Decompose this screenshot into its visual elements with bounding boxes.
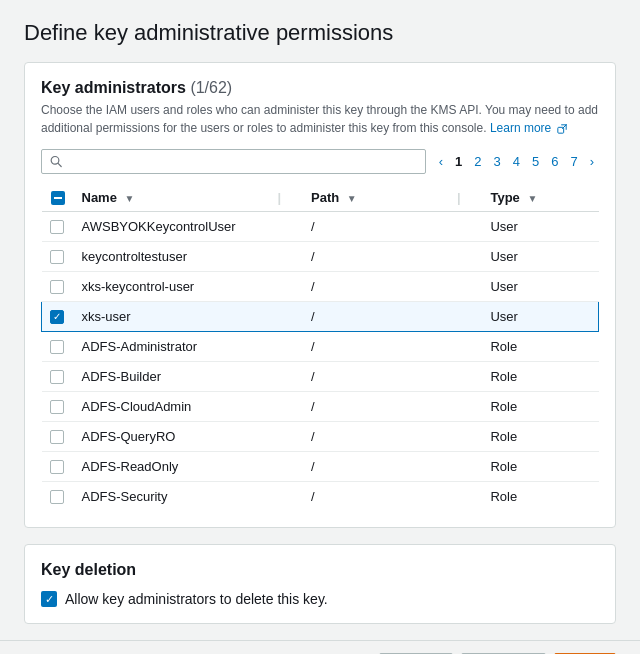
row-path: / — [303, 362, 453, 392]
row-checkbox-cell — [42, 332, 74, 362]
row-name: ADFS-Security — [74, 482, 274, 512]
search-wrapper — [41, 149, 426, 174]
row-checkbox-cell — [42, 422, 74, 452]
table-row: ADFS-Security/Role — [42, 482, 599, 512]
table-row: ADFS-CloudAdmin/Role — [42, 392, 599, 422]
pagination-page-2[interactable]: 2 — [469, 152, 486, 171]
pagination-page-1[interactable]: 1 — [450, 152, 467, 171]
row-name: ADFS-CloudAdmin — [74, 392, 274, 422]
search-row: ‹ 1 2 3 4 5 6 7 › — [41, 149, 599, 174]
key-administrators-card: Key administrators (1/62) Choose the IAM… — [24, 62, 616, 528]
row-select-checkbox[interactable] — [50, 430, 64, 444]
learn-more-link[interactable]: Learn more — [490, 121, 567, 135]
row-type: Role — [482, 362, 598, 392]
row-select-checkbox[interactable] — [50, 370, 64, 384]
row-select-checkbox[interactable] — [50, 400, 64, 414]
row-path: / — [303, 272, 453, 302]
row-select-checkbox[interactable] — [50, 280, 64, 294]
row-checkbox-cell — [42, 302, 74, 332]
external-link-icon — [557, 124, 567, 134]
allow-deletion-label: Allow key administrators to delete this … — [65, 591, 328, 607]
path-sort-icon[interactable]: ▼ — [347, 193, 357, 204]
row-type: Role — [482, 392, 598, 422]
pagination-page-3[interactable]: 3 — [488, 152, 505, 171]
table-row: keycontroltestuser/User — [42, 242, 599, 272]
row-name: keycontroltestuser — [74, 242, 274, 272]
row-name: ADFS-Administrator — [74, 332, 274, 362]
name-sort-icon[interactable]: ▼ — [125, 193, 135, 204]
row-path: / — [303, 212, 453, 242]
row-type: Role — [482, 332, 598, 362]
row-name: xks-keycontrol-user — [74, 272, 274, 302]
row-select-checkbox[interactable] — [50, 250, 64, 264]
row-type: User — [482, 242, 598, 272]
footer: Cancel Previous Next — [0, 640, 640, 654]
row-select-checkbox[interactable] — [50, 310, 64, 324]
row-name: ADFS-ReadOnly — [74, 452, 274, 482]
row-checkbox-cell — [42, 212, 74, 242]
pagination-page-4[interactable]: 4 — [508, 152, 525, 171]
row-type: Role — [482, 482, 598, 512]
row-select-checkbox[interactable] — [50, 460, 64, 474]
row-select-checkbox[interactable] — [50, 340, 64, 354]
table-row: xks-keycontrol-user/User — [42, 272, 599, 302]
table-row: xks-user/User — [42, 302, 599, 332]
key-admins-desc: Choose the IAM users and roles who can a… — [41, 101, 599, 137]
pagination-prev[interactable]: ‹ — [434, 152, 448, 171]
row-checkbox-cell — [42, 272, 74, 302]
pagination-next[interactable]: › — [585, 152, 599, 171]
table-row: AWSBYOKKeycontrolUser/User — [42, 212, 599, 242]
row-type: Role — [482, 422, 598, 452]
page-title: Define key administrative permissions — [24, 20, 616, 46]
row-name: ADFS-QueryRO — [74, 422, 274, 452]
th-path: Path ▼ — [303, 184, 453, 212]
row-name: AWSBYOKKeycontrolUser — [74, 212, 274, 242]
row-path: / — [303, 242, 453, 272]
row-checkbox-cell — [42, 242, 74, 272]
row-type: User — [482, 302, 598, 332]
row-checkbox-cell — [42, 362, 74, 392]
row-name: ADFS-Builder — [74, 362, 274, 392]
pagination-page-5[interactable]: 5 — [527, 152, 544, 171]
select-all-checkbox[interactable] — [51, 191, 65, 205]
row-path: / — [303, 302, 453, 332]
deletion-allow-row: Allow key administrators to delete this … — [41, 591, 599, 607]
row-path: / — [303, 422, 453, 452]
search-input[interactable] — [68, 154, 416, 169]
key-deletion-title: Key deletion — [41, 561, 599, 579]
table-row: ADFS-Builder/Role — [42, 362, 599, 392]
svg-line-2 — [58, 163, 61, 166]
table-row: ADFS-QueryRO/Role — [42, 422, 599, 452]
type-sort-icon[interactable]: ▼ — [527, 193, 537, 204]
row-path: / — [303, 482, 453, 512]
row-path: / — [303, 392, 453, 422]
row-select-checkbox[interactable] — [50, 490, 64, 504]
table-row: ADFS-Administrator/Role — [42, 332, 599, 362]
th-name: Name ▼ — [74, 184, 274, 212]
row-checkbox-cell — [42, 482, 74, 512]
row-path: / — [303, 452, 453, 482]
row-checkbox-cell — [42, 452, 74, 482]
pagination-page-7[interactable]: 7 — [565, 152, 582, 171]
row-checkbox-cell — [42, 392, 74, 422]
users-table: Name ▼ | Path ▼ | Type ▼ — [41, 184, 599, 511]
row-select-checkbox[interactable] — [50, 220, 64, 234]
row-path: / — [303, 332, 453, 362]
search-icon — [50, 155, 62, 168]
pagination: ‹ 1 2 3 4 5 6 7 › — [434, 152, 599, 171]
row-type: User — [482, 272, 598, 302]
allow-deletion-checkbox[interactable] — [41, 591, 57, 607]
th-type: Type ▼ — [482, 184, 598, 212]
key-deletion-card: Key deletion Allow key administrators to… — [24, 544, 616, 624]
table-row: ADFS-ReadOnly/Role — [42, 452, 599, 482]
row-name: xks-user — [74, 302, 274, 332]
pagination-page-6[interactable]: 6 — [546, 152, 563, 171]
key-admins-title: Key administrators (1/62) — [41, 79, 599, 97]
th-select-all[interactable] — [42, 184, 74, 212]
row-type: Role — [482, 452, 598, 482]
row-type: User — [482, 212, 598, 242]
